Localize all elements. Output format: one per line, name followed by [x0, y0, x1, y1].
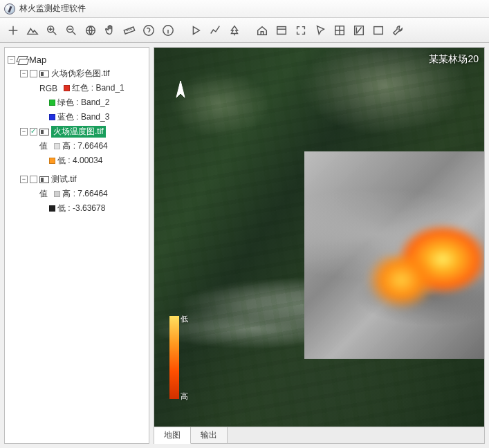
layer-row[interactable]: − 测试.tif — [8, 172, 146, 187]
map-canvas[interactable]: 某某林场20 低 高 — [154, 47, 485, 427]
raster-icon — [39, 71, 49, 77]
info-icon[interactable] — [159, 21, 177, 39]
collapse-icon[interactable]: − — [8, 56, 15, 64]
title-bar: 林火监测处理软件 — [0, 0, 489, 18]
band-row: 蓝色 : Band_3 — [8, 110, 146, 124]
color-swatch — [64, 85, 70, 91]
play-icon[interactable] — [187, 21, 205, 39]
zoom-out-icon[interactable] — [62, 21, 80, 39]
layer-row[interactable]: − 火场伪彩色图.tif — [8, 66, 146, 81]
color-swatch — [49, 205, 55, 212]
value-row: 低 : -3.63678 — [8, 201, 146, 216]
color-swatch — [54, 191, 60, 197]
north-arrow-icon — [174, 81, 187, 107]
color-swatch — [49, 100, 55, 106]
raster-icon — [39, 129, 49, 136]
band-label: 红色 : Band_1 — [72, 82, 124, 94]
window-icon[interactable] — [369, 21, 387, 39]
main-toolbar — [0, 18, 489, 43]
pointer-icon[interactable] — [311, 21, 329, 39]
collapse-icon[interactable]: − — [20, 128, 28, 136]
rgb-label: RGB — [39, 84, 57, 93]
pan-icon[interactable] — [101, 21, 119, 39]
extent-icon[interactable] — [273, 21, 290, 39]
viewer-tabs: 地图 输出 — [154, 427, 485, 444]
value-label: 值 — [39, 188, 48, 200]
svg-point-4 — [144, 25, 154, 35]
layer-name: 火场温度图.tif — [51, 126, 106, 138]
svg-rect-9 — [374, 26, 383, 34]
value-row: 值 高 : 7.66464 — [8, 139, 146, 153]
stat-label: 高 : 7.66464 — [62, 188, 107, 200]
main-area: − Map − 火场伪彩色图.tif RGB 红色 : Band_1 绿色 : … — [0, 43, 489, 448]
tree-root[interactable]: − Map — [8, 53, 146, 66]
layer-checkbox[interactable] — [30, 128, 37, 136]
svg-rect-6 — [277, 26, 286, 34]
band-label: 绿色 : Band_2 — [57, 97, 109, 109]
color-swatch — [54, 143, 60, 149]
map-title: 某某林场20 — [429, 53, 479, 66]
value-row: 值 高 : 7.66464 — [8, 187, 146, 201]
globe-icon[interactable] — [82, 21, 100, 39]
map-viewer: 某某林场20 低 高 地图 输出 — [154, 47, 485, 444]
band-label: 蓝色 : Band_3 — [57, 111, 109, 123]
rgb-row: RGB 红色 : Band_1 — [8, 81, 146, 95]
zoom-in-icon[interactable] — [43, 21, 61, 39]
north-tool-icon[interactable] — [350, 21, 368, 39]
chart-icon[interactable] — [206, 21, 224, 39]
layer-name: 测试.tif — [51, 174, 77, 185]
tree-icon[interactable] — [225, 21, 243, 39]
layer-checkbox[interactable] — [30, 176, 37, 183]
value-row: 低 : 4.00034 — [8, 153, 146, 168]
fire-heatmap — [380, 221, 484, 317]
layer-row[interactable]: − 火场温度图.tif — [8, 124, 146, 139]
color-swatch — [49, 114, 55, 120]
app-title: 林火监测处理软件 — [19, 3, 86, 15]
legend-gradient — [169, 316, 179, 399]
ruler-icon[interactable] — [120, 21, 138, 39]
collapse-icon[interactable]: − — [20, 70, 28, 77]
map-stack-icon — [17, 56, 27, 64]
root-label: Map — [29, 55, 46, 65]
layer-name: 火场伪彩色图.tif — [51, 68, 110, 80]
layer-checkbox[interactable] — [30, 70, 37, 77]
layer-panel: − Map − 火场伪彩色图.tif RGB 红色 : Band_1 绿色 : … — [4, 47, 149, 444]
band-row: 绿色 : Band_2 — [8, 95, 146, 110]
grid-icon[interactable] — [331, 21, 349, 39]
app-icon — [4, 3, 15, 15]
color-swatch — [49, 158, 55, 164]
home-icon[interactable] — [253, 21, 271, 39]
fullscreen-icon[interactable] — [292, 21, 310, 39]
layer-tree: − Map − 火场伪彩色图.tif RGB 红色 : Band_1 绿色 : … — [5, 48, 149, 221]
legend-low-label: 低 — [181, 314, 188, 324]
raster-icon — [39, 176, 49, 183]
tools-icon[interactable] — [389, 21, 407, 39]
collapse-icon[interactable]: − — [20, 176, 28, 183]
mountain-icon[interactable] — [24, 21, 41, 39]
legend-high-label: 高 — [181, 391, 188, 402]
value-label: 值 — [39, 140, 48, 152]
tab-map[interactable]: 地图 — [154, 427, 191, 444]
add-icon[interactable] — [4, 21, 22, 39]
tab-output[interactable]: 输出 — [191, 427, 228, 443]
stat-label: 低 : -3.63678 — [57, 203, 105, 214]
help-icon[interactable] — [140, 21, 158, 39]
stat-label: 高 : 7.66464 — [62, 140, 107, 152]
stat-label: 低 : 4.00034 — [57, 155, 102, 167]
